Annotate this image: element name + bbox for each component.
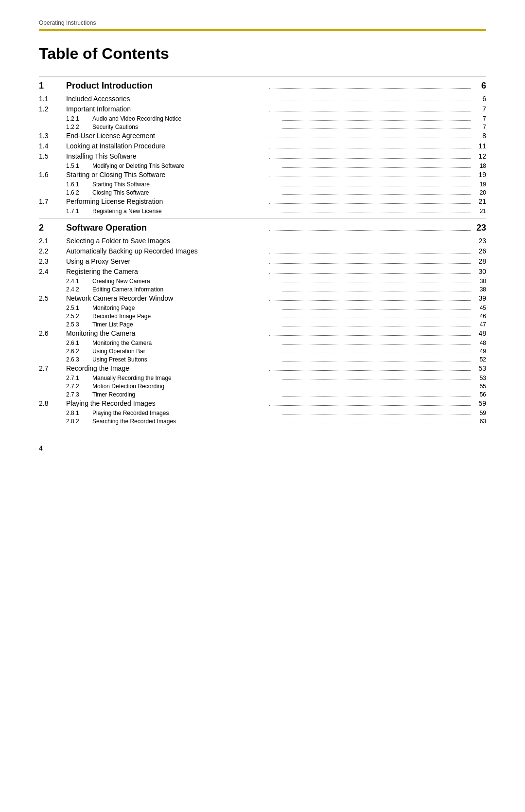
toc-page: 21 [472, 208, 486, 215]
toc-dots [269, 158, 471, 159]
toc-label: Installing This Software [66, 152, 267, 160]
toc-entry: 2.7.1Manually Recording the Image53 [39, 375, 486, 381]
toc-num: 2.8.2 [39, 418, 92, 425]
toc-dots [282, 353, 471, 353]
toc-entry: 2.8.2Searching the Recorded Images63 [39, 418, 486, 425]
toc-entry: 2.6Monitoring the Camera48 [39, 329, 486, 337]
toc-label: End-User License Agreement [66, 132, 267, 140]
toc-num: 1.6.1 [39, 181, 92, 188]
toc-num: 1.2 [39, 105, 66, 113]
toc-dots [269, 300, 471, 301]
toc-entry: 1.2Important Information7 [39, 105, 486, 113]
toc-dots [282, 128, 471, 129]
toc-entry: 2.5.3Timer List Page47 [39, 321, 486, 328]
toc-num: 1.5.1 [39, 162, 92, 169]
toc-entry: 2.7.3Timer Recording56 [39, 391, 486, 398]
toc-entry: 2.5.2Recorded Image Page46 [39, 313, 486, 320]
toc-num: 1 [39, 81, 66, 91]
toc-dots [282, 379, 471, 380]
toc-dots [269, 88, 471, 89]
toc-num: 1.7 [39, 198, 66, 205]
toc-page: 19 [472, 181, 486, 188]
toc-label: Closing This Software [92, 189, 280, 196]
toc-num: 2.8.1 [39, 410, 92, 416]
toc-label: Registering the Camera [66, 268, 267, 275]
toc-label: Monitoring Page [92, 305, 280, 311]
toc-page: 30 [472, 268, 486, 275]
toc-dots [282, 120, 471, 121]
toc-dots [282, 344, 471, 345]
toc-entry: 1.6.1Starting This Software19 [39, 181, 486, 188]
toc-num: 1.6.2 [39, 189, 92, 196]
toc-entry: 2.4Registering the Camera30 [39, 268, 486, 275]
toc-dots [282, 361, 471, 361]
toc-num: 2.5.3 [39, 321, 92, 328]
toc-label: Playing the Recorded Images [92, 410, 280, 416]
toc-label: Using a Proxy Server [66, 257, 267, 265]
toc-page: 23 [472, 223, 486, 233]
toc-page: 21 [472, 198, 486, 205]
toc-entry: 2.5.1Monitoring Page45 [39, 305, 486, 311]
toc-num: 2 [39, 223, 66, 233]
toc-num: 2.7.3 [39, 391, 92, 398]
toc-page: 30 [472, 278, 486, 285]
toc-num: 2.5.1 [39, 305, 92, 311]
toc-entry: 1.2.2Security Cautions7 [39, 124, 486, 130]
toc-label: Monitoring the Camera [92, 340, 280, 346]
toc-num: 1.3 [39, 132, 66, 140]
toc-page: 7 [472, 115, 486, 122]
toc-dots [282, 283, 471, 283]
toc-entry: 2.2Automatically Backing up Recorded Ima… [39, 247, 486, 255]
toc-page: 46 [472, 313, 486, 320]
toc-num: 2.7.1 [39, 375, 92, 381]
toc-label: Registering a New License [92, 208, 280, 215]
footer-page-number: 4 [39, 444, 486, 452]
toc-dots [282, 186, 471, 186]
toc-page: 12 [472, 152, 486, 160]
toc-label: Monitoring the Camera [66, 329, 267, 337]
toc-entry: 1.6Starting or Closing This Software19 [39, 171, 486, 179]
toc-page: 59 [472, 399, 486, 407]
toc-dots [282, 291, 471, 291]
toc-dots [282, 388, 471, 388]
toc-num: 2.6.3 [39, 356, 92, 363]
toc-dots [269, 230, 471, 231]
toc-num: 2.7.2 [39, 383, 92, 390]
toc-dots [282, 309, 471, 310]
toc-page: 39 [472, 294, 486, 302]
toc-page: 56 [472, 391, 486, 398]
toc-label: Using Operation Bar [92, 348, 280, 355]
toc-num: 2.4.1 [39, 278, 92, 285]
toc-dots [269, 148, 471, 148]
toc-num: 2.2 [39, 247, 66, 255]
toc-entry: 2.6.2Using Operation Bar49 [39, 348, 486, 355]
toc-dots [269, 111, 471, 111]
toc-num: 1.1 [39, 95, 66, 103]
toc-entry: 1.7.1Registering a New License21 [39, 208, 486, 215]
toc-page: 45 [472, 305, 486, 311]
toc-num: 1.2.2 [39, 124, 92, 130]
toc-dots [269, 405, 471, 406]
toc-page: 52 [472, 356, 486, 363]
toc-dots [269, 203, 471, 204]
toc-label: Performing License Registration [66, 198, 267, 205]
toc-page: 7 [472, 124, 486, 130]
toc-entry: 1.5Installing This Software12 [39, 152, 486, 160]
toc-num: 2.7 [39, 364, 66, 372]
toc-entry: 1.1Included Accessories6 [39, 95, 486, 103]
toc-entry: 2.7.2Motion Detection Recording55 [39, 383, 486, 390]
toc-label: Security Cautions [92, 124, 280, 130]
toc-page: 18 [472, 162, 486, 169]
toc-num: 2.3 [39, 257, 66, 265]
toc-entry: 2.3Using a Proxy Server28 [39, 257, 486, 265]
toc-num: 2.6 [39, 329, 66, 337]
toc-page: 53 [472, 375, 486, 381]
toc-label: Included Accessories [66, 95, 267, 103]
toc-dots [282, 194, 471, 195]
toc-page: 59 [472, 410, 486, 416]
toc-label: Timer Recording [92, 391, 280, 398]
toc-entry: 2.6.3Using Preset Buttons52 [39, 356, 486, 363]
toc-entry: 1.3End-User License Agreement8 [39, 132, 486, 140]
toc-num: 1.4 [39, 142, 66, 150]
toc-dots [282, 213, 471, 213]
